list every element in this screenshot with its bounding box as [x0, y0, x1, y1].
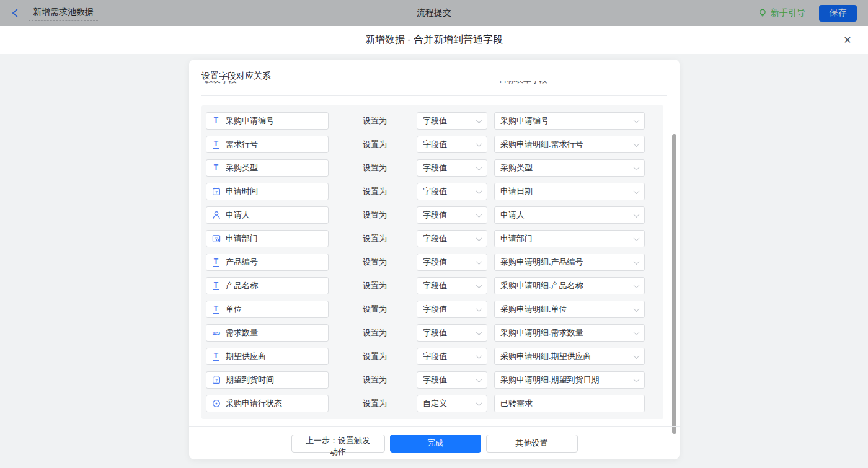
source-field-label: 期望到货时间 — [226, 374, 274, 386]
target-field-select[interactable]: 采购申请明细.产品编号 — [494, 254, 645, 271]
previous-step-button[interactable]: 上一步：设置触发动作 — [291, 435, 385, 453]
mode-select-value: 自定义 — [423, 398, 477, 409]
mode-select[interactable]: 字段值 — [417, 206, 487, 224]
date-field-icon: 7 — [211, 376, 221, 385]
chevron-down-icon — [634, 282, 640, 288]
other-settings-button[interactable]: 其他设置 — [486, 435, 578, 453]
mapping-row: T采购申请编号设置为字段值采购申请编号 — [206, 112, 663, 130]
newbie-guide-link[interactable]: 新手引导 — [758, 7, 805, 19]
target-value: 采购申请明细.需求数量 — [500, 327, 634, 338]
target-field-select[interactable]: 采购类型 — [494, 159, 645, 177]
source-field-box: 申请部门 — [206, 230, 329, 247]
mode-select-value: 字段值 — [423, 186, 477, 197]
clipped-right-column-header: 目标表单字段 — [499, 81, 547, 86]
mapping-rows-container: T采购申请编号设置为字段值采购申请编号T需求行号设置为字段值采购申请明细.需求行… — [202, 105, 663, 419]
target-value-input[interactable]: 已转需求 — [494, 395, 645, 412]
mapping-row: 7申请时间设置为字段值申请日期 — [206, 183, 663, 200]
source-field-box: T产品名称 — [206, 277, 329, 294]
target-field-select[interactable]: 采购申请明细.产品名称 — [494, 277, 645, 294]
source-field-label: 需求数量 — [226, 327, 258, 338]
source-field-box: T采购申请编号 — [206, 112, 329, 130]
source-field-box: T单位 — [206, 301, 329, 318]
chevron-down-icon — [476, 141, 482, 147]
mode-select[interactable]: 字段值 — [417, 371, 487, 389]
target-field-select[interactable]: 采购申请明细.期望供应商 — [494, 348, 645, 365]
text-field-icon: T — [211, 117, 221, 126]
source-field-box: 申请人 — [206, 206, 329, 224]
set-as-label: 设置为 — [363, 233, 391, 244]
chevron-down-icon — [476, 329, 482, 335]
mode-select[interactable]: 字段值 — [417, 183, 487, 200]
chevron-down-icon — [634, 235, 640, 241]
mapping-row: T采购类型设置为字段值采购类型 — [206, 159, 663, 177]
target-field-select[interactable]: 申请人 — [494, 206, 645, 224]
target-field-select[interactable]: 采购申请明细.需求数量 — [494, 324, 645, 342]
chevron-down-icon — [476, 306, 482, 312]
set-as-label: 设置为 — [363, 257, 391, 268]
mode-select[interactable]: 字段值 — [417, 324, 487, 342]
mode-select[interactable]: 字段值 — [417, 112, 487, 130]
flow-node-title[interactable]: 新增需求池数据 — [29, 6, 98, 21]
save-button[interactable]: 保存 — [819, 5, 857, 22]
set-as-label: 设置为 — [363, 162, 391, 174]
target-value: 采购申请明细.单位 — [500, 304, 634, 315]
set-as-label: 设置为 — [363, 139, 391, 150]
mapping-row: 申请部门设置为字段值申请部门 — [206, 230, 663, 247]
chevron-down-icon — [634, 258, 640, 265]
mode-select-value: 字段值 — [423, 139, 477, 150]
source-field-label: 采购类型 — [226, 162, 258, 174]
mode-select[interactable]: 字段值 — [417, 136, 487, 153]
chevron-down-icon — [634, 164, 640, 170]
target-field-select[interactable]: 申请日期 — [494, 183, 645, 200]
lightbulb-icon — [758, 9, 767, 18]
mode-select-value: 字段值 — [423, 115, 477, 126]
source-field-box: 采购申请行状态 — [206, 395, 329, 412]
mode-select-value: 字段值 — [423, 162, 477, 174]
mode-select[interactable]: 字段值 — [417, 301, 487, 318]
source-field-label: 产品编号 — [226, 257, 258, 268]
chevron-down-icon — [476, 188, 482, 194]
mode-select[interactable]: 字段值 — [417, 277, 487, 294]
set-as-label: 设置为 — [363, 186, 391, 197]
text-field-icon: T — [211, 140, 221, 149]
target-value: 采购申请明细.期望到货日期 — [500, 374, 634, 386]
mapping-row: T产品名称设置为字段值采购申请明细.产品名称 — [206, 277, 663, 294]
vertical-scrollbar[interactable] — [672, 134, 676, 434]
target-field-select[interactable]: 采购申请明细.单位 — [494, 301, 645, 318]
target-value: 采购申请明细.产品名称 — [500, 280, 634, 291]
chevron-down-icon — [476, 164, 482, 170]
set-as-label: 设置为 — [363, 398, 391, 409]
target-value: 申请部门 — [500, 233, 634, 244]
mode-select[interactable]: 自定义 — [417, 395, 487, 412]
mode-select[interactable]: 字段值 — [417, 254, 487, 271]
mode-select[interactable]: 字段值 — [417, 159, 487, 177]
target-field-select[interactable]: 采购申请明细.期望到货日期 — [494, 371, 645, 389]
source-field-label: 采购申请编号 — [226, 115, 274, 126]
text-field-icon: T — [211, 281, 221, 291]
target-field-select[interactable]: 采购申请编号 — [494, 112, 645, 130]
set-as-label: 设置为 — [363, 327, 391, 338]
target-field-select[interactable]: 采购申请明细.需求行号 — [494, 136, 645, 153]
source-field-box: T期望供应商 — [206, 348, 329, 365]
source-field-label: 申请人 — [226, 210, 250, 221]
source-field-label: 采购申请行状态 — [226, 398, 282, 409]
done-button[interactable]: 完成 — [390, 435, 481, 453]
source-field-box: 123需求数量 — [206, 324, 329, 342]
chevron-down-icon — [476, 117, 482, 123]
top-toolbar: 新增需求池数据 流程提交 新手引导 保存 — [0, 0, 868, 26]
mapping-row: T产品编号设置为字段值采购申请明细.产品编号 — [206, 254, 663, 271]
back-chevron-icon[interactable] — [12, 9, 21, 17]
modal-title: 新增数据 - 合并新增到普通字段 — [0, 26, 868, 53]
mode-select[interactable]: 字段值 — [417, 230, 487, 247]
target-field-select[interactable]: 申请部门 — [494, 230, 645, 247]
mode-select-value: 字段值 — [423, 233, 477, 244]
text-field-icon: T — [211, 164, 221, 173]
source-field-label: 申请时间 — [226, 186, 258, 197]
mode-select[interactable]: 字段值 — [417, 348, 487, 365]
chevron-down-icon — [634, 211, 640, 218]
chevron-down-icon — [476, 353, 482, 359]
dept-field-icon — [211, 234, 221, 244]
chevron-down-icon — [634, 329, 640, 335]
close-icon[interactable]: × — [839, 32, 856, 48]
date-field-icon: 7 — [211, 187, 221, 196]
